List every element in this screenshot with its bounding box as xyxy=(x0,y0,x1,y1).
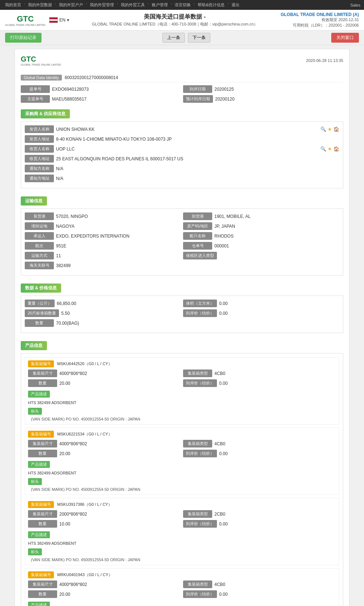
container-no-tag-1: 集装箱编号 xyxy=(28,360,54,367)
prod1-type-value: 4CB0 xyxy=(214,371,336,376)
doc-logo-sub: GLOBAL TRADE ONLINE LIMITED xyxy=(21,63,61,66)
data-price-section: 重量（公斤） 66,850.00 体积（立方米） 0.00 20尺标准箱数量 5… xyxy=(21,296,343,333)
product-header: 产品信息 xyxy=(21,341,47,350)
consignee-addr-value: 25 EAST ALGONQUIN ROAD DES PLAINES IL 60… xyxy=(56,156,339,161)
master-bill-label: 主提单号 xyxy=(21,95,50,103)
consignee-name-value: UOP LLC xyxy=(56,146,318,152)
nav-logout[interactable]: 退出 xyxy=(230,1,241,8)
unloading-port-pair: 卸货港 1901, MOBILE, AL xyxy=(183,212,339,220)
nav-export-manage[interactable]: 我的外贸管理 xyxy=(88,1,115,8)
bill-lading-label: 仓单号 xyxy=(183,242,212,250)
prod3-type-pair: 集装箱类型 2CB0 xyxy=(183,510,336,518)
shipper-name-value: UNION SHOWA KK xyxy=(56,127,318,132)
home-icon-2[interactable]: 🏠 xyxy=(333,146,339,152)
forwarder-label: 承运人 xyxy=(25,232,54,240)
prod3-qty-row: 数量 10.00 到岸价（结价） 0.00 xyxy=(28,520,336,528)
prod1-type-pair: 集装箱类型 4CB0 xyxy=(183,370,336,377)
consignee-addr-row: 收货人地址 25 EAST ALGONQUIN ROAD DES PLAINES… xyxy=(25,155,339,163)
customs-no-label: 海关关联号 xyxy=(25,262,54,269)
logo-text: GTC xyxy=(17,14,33,24)
container-20-label: 20尺标准箱数量 xyxy=(25,309,59,317)
gdi-row: Global Data Identity 6003202001270000008… xyxy=(21,73,343,82)
consignee-name-label: 收货人名称 xyxy=(25,145,54,153)
prod2-type-value: 4CB0 xyxy=(214,441,336,446)
customs-no-row: 海关关联号 382499 xyxy=(25,262,339,269)
bill-lading-value: 000001 xyxy=(214,243,339,249)
prod1-type-label: 集装箱类型 xyxy=(183,370,212,377)
prod2-type-pair: 集装箱类型 4CB0 xyxy=(183,440,336,447)
home-icon[interactable]: 🏠 xyxy=(333,126,339,132)
transport-section: 装货港 57020, NINGPO 卸货港 1901, MOBILE, AL 境… xyxy=(21,208,343,275)
prod4-price-label: 到岸价（结价） xyxy=(183,590,217,598)
star-icon-2[interactable]: ★ xyxy=(328,146,332,152)
prod2-qty-label: 数量 xyxy=(28,450,57,457)
voyage-row: 航次 951E 仓单号 000001 xyxy=(25,242,339,250)
prod4-size-label: 集装箱尺寸 xyxy=(28,580,57,588)
close-button-top[interactable]: 关闭窗口 xyxy=(331,33,359,43)
gdi-value: 6003202001270000008014 xyxy=(65,75,118,80)
nav-export-data[interactable]: 我的外贸数据 xyxy=(27,1,54,8)
nav-help[interactable]: 帮助&统计信息 xyxy=(196,1,226,8)
prod3-qty-value: 10.00 xyxy=(59,521,181,527)
planned-date-label: 预计到岸日期 xyxy=(183,95,213,103)
loading-port-value: 57020, NINGPO xyxy=(56,214,181,219)
notify-name-label: 通知方名称 xyxy=(25,165,54,172)
search-icon[interactable]: 🔍 xyxy=(320,126,326,132)
nav-account[interactable]: 账户管理 xyxy=(150,1,169,8)
prod4-type-value: 4CB0 xyxy=(214,582,336,587)
doc-timestamp: 2020-06-28 11:13:35 xyxy=(306,58,343,63)
transit-value: NAGOYA xyxy=(56,224,181,229)
origin-pair: 原产码/地区 JP, JAPAN xyxy=(183,222,339,230)
doc-logo: GTC xyxy=(21,55,61,63)
prod1-size-pair: 集装箱尺寸 4000*806*802 xyxy=(28,370,181,377)
doc-header: GTC GLOBAL TRADE ONLINE LIMITED 2020-06-… xyxy=(21,55,343,69)
top-nav: 我的首页 · 我的外贸数据 · 我的外贸户户 · 我的外贸管理 · 我的外贸工具… xyxy=(0,0,364,10)
loading-port-label: 装货港 xyxy=(25,212,54,220)
prod1-qty-label: 数量 xyxy=(28,379,57,387)
print-button-top[interactable]: 打印原始记录 xyxy=(5,33,41,43)
weight-row: 重量（公斤） 66,850.00 体积（立方米） 0.00 xyxy=(25,300,339,307)
ship-name-pair: 船只名称 RHODOS xyxy=(183,232,339,240)
prod2-qty-pair: 数量 20.00 xyxy=(28,450,181,457)
expiry-date: 有效期至 2020-12-31 xyxy=(281,17,359,23)
master-bill-pair: 主提单号 MAEU588035617 xyxy=(21,95,181,103)
prev-button-top[interactable]: 上一条 xyxy=(162,33,185,43)
transport-mode-value: 11 xyxy=(56,253,181,258)
next-button-top[interactable]: 下一条 xyxy=(188,33,210,43)
bill-no-pair: 提单号 EXDO6940128073 xyxy=(21,85,181,93)
transit-pair: 境转运地 NAGOYA xyxy=(25,222,181,230)
nav-home[interactable]: 我的首页 xyxy=(4,1,23,8)
page-title: 美国海关进口提单数据 - xyxy=(92,13,258,21)
star-icon[interactable]: ★ xyxy=(328,126,332,132)
product-section: 集装箱编号 MSKU6442520（G0 / L / CY） 集装箱尺寸 400… xyxy=(21,353,343,606)
prod1-size-row: 集装箱尺寸 4000*806*802 集装箱类型 4CB0 xyxy=(28,370,336,377)
nav-export-tools[interactable]: 我的外贸工具 xyxy=(119,1,146,8)
prod2-qty-row: 数量 20.00 到岸价（结价） 0.00 xyxy=(28,450,336,457)
voyage-pair: 航次 951E xyxy=(25,242,181,250)
flag-lang[interactable]: EN ▾ xyxy=(49,17,69,23)
voyage-label: 航次 xyxy=(25,242,54,250)
loading-port-row: 装货港 57020, NINGPO 卸货港 1901, MOBILE, AL xyxy=(25,212,339,220)
master-bill-row: 主提单号 MAEU588035617 预计到岸日期 20200120 xyxy=(21,95,343,103)
voyage-value: 951E xyxy=(56,243,181,249)
consignee-addr-label: 收货人地址 xyxy=(25,155,54,163)
logo: GTC GLOBAL TRADE ONLINE LIMITED xyxy=(5,14,46,26)
bill-no-label: 提单号 xyxy=(21,85,50,93)
prod2-price-value: 0.00 xyxy=(219,451,336,456)
nav-export-account[interactable]: 我的外贸户户 xyxy=(58,1,84,8)
prod2-qty-value: 20.00 xyxy=(59,451,181,456)
search-icon-2[interactable]: 🔍 xyxy=(320,146,326,152)
product-item-3: 集装箱编号 MSKU3917386（G0 / L / CY） 集装箱尺寸 200… xyxy=(25,498,339,565)
nav-lang[interactable]: 语言切换 xyxy=(173,1,192,8)
volume-label: 体积（立方米） xyxy=(183,300,217,307)
prod1-desc-tag: 产品描述 xyxy=(28,391,50,398)
prod1-mark-value: (VAN SIDE MARK) PO NO. 4500912554-50 ORI… xyxy=(31,417,336,421)
prod2-type-label: 集装箱类型 xyxy=(183,440,212,447)
container-row: 20尺标准箱数量 5.50 到岸价（结价） 0.00 xyxy=(25,309,339,317)
unloading-port-label: 卸货港 xyxy=(183,212,212,220)
container-pair: 20尺标准箱数量 5.50 xyxy=(25,309,181,317)
header-center: 美国海关进口提单数据 - GLOBAL TRADE ONLINE LIMITED… xyxy=(92,13,258,27)
prod3-size-row: 集装箱尺寸 2000*806*802 集装箱类型 2CB0 xyxy=(28,510,336,518)
weight-pair: 重量（公斤） 66,850.00 xyxy=(25,300,181,307)
prod2-desc-value: HTS 382499 ADSORBENT xyxy=(28,471,336,475)
